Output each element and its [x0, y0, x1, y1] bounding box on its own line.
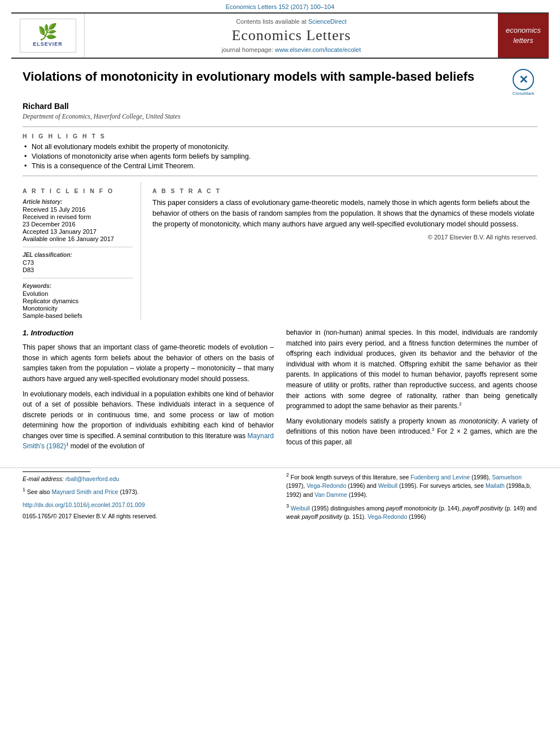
email-label: E-mail address:	[23, 475, 64, 482]
copyright-line: © 2017 Elsevier B.V. All rights reserved…	[152, 234, 537, 241]
crossmark-section: ✕ CrossMark	[509, 69, 537, 96]
elsevier-tree-icon: 🌿	[38, 24, 58, 40]
maynard-smith-year-link[interactable]: (1982)	[46, 442, 66, 450]
keyword-3: Monotonicity	[23, 305, 133, 312]
journal-reference: Economics Letters 152 (2017) 100–104	[0, 0, 560, 12]
fn2-sup: 2	[286, 472, 289, 478]
article-info-column: A R T I C L E I N F O Article history: R…	[23, 182, 141, 320]
keyword-1: Evolution	[23, 290, 133, 297]
highlights-header: H I G H L I G H T S	[23, 133, 537, 139]
samuelson-link[interactable]: Samuelson	[492, 474, 522, 480]
revised-date: 23 December 2016	[23, 221, 133, 228]
fn3-sup: 3	[286, 503, 289, 509]
jel-code-1: C73	[23, 259, 133, 266]
and-text: and	[366, 482, 377, 489]
highlights-list: Not all evolutionary models exhibit the …	[23, 143, 537, 170]
keywords-label: Keywords:	[23, 283, 133, 289]
footnote-1: 1 See also Maynard Smith and Price (1973…	[23, 486, 274, 496]
info-divider-2	[23, 278, 133, 278]
info-abstract-columns: A R T I C L E I N F O Article history: R…	[23, 176, 537, 320]
body-para-1: This paper shows that an important class…	[23, 342, 274, 384]
footer-divider-left	[23, 471, 90, 472]
fudenberg-levine-link[interactable]: Fudenberg and Levine	[410, 474, 470, 480]
highlight-item-3: This is a consequence of the Central Lim…	[23, 162, 537, 170]
body-col-left: 1. Introduction This paper shows that an…	[23, 327, 274, 456]
author-affiliation: Department of Economics, Haverford Colle…	[23, 113, 537, 120]
available-date: Available online 16 January 2017	[23, 235, 133, 242]
footnote-ref-3: 3	[432, 427, 434, 432]
article-area: Violations of monotonicity in evolutiona…	[0, 69, 560, 456]
crossmark-button[interactable]: ✕	[513, 69, 534, 90]
van-damme-link[interactable]: Van Damme	[314, 491, 347, 498]
body-col-right: behavior in (non-human) animal species. …	[286, 327, 537, 456]
author-name: Richard Ball	[23, 102, 537, 111]
vega-redondo-1996-link[interactable]: Vega-Redondo	[307, 482, 346, 489]
history-label: Article history:	[23, 199, 133, 205]
journal-title: Economics Letters	[231, 27, 351, 44]
maynard-smith-price-link[interactable]: Maynard Smith and Price	[52, 488, 119, 495]
doi-line: http://dx.doi.org/10.1016/j.econlet.2017…	[23, 501, 274, 510]
footnotes-col-left: E-mail address: rball@haverford.edu 1 Se…	[23, 471, 274, 524]
abstract-header: A B S T R A C T	[152, 187, 537, 194]
economics-letters-logo: economics letters	[498, 14, 549, 58]
journal-center: Contents lists available at ScienceDirec…	[85, 14, 498, 58]
section1-title: 1. Introduction	[23, 327, 274, 339]
sciencedirect-link[interactable]: ScienceDirect	[308, 18, 347, 25]
elsevier-logo-section: 🌿 ELSEVIER	[11, 14, 85, 58]
body-para-3: behavior in (non-human) animal species. …	[286, 327, 537, 412]
body-columns: 1. Introduction This paper shows that an…	[23, 327, 537, 456]
body-para-4: Many evolutionary models satisfy a prope…	[286, 416, 537, 448]
jel-label: JEL classification:	[23, 252, 133, 258]
crossmark-label: CrossMark	[513, 91, 535, 96]
footnote-3: 3 Weibull (1995) distinguishes among pay…	[286, 503, 537, 522]
fn1-sup: 1	[23, 487, 25, 492]
article-title-block: Violations of monotonicity in evolutiona…	[23, 69, 537, 96]
issn-line: 0165-1765/© 2017 Elsevier B.V. All right…	[23, 512, 274, 521]
contents-available-line: Contents lists available at ScienceDirec…	[236, 18, 347, 25]
keyword-2: Replicator dynamics	[23, 298, 133, 304]
body-para-2: In evolutionary models, each individual …	[23, 389, 274, 452]
received-date: Received 15 July 2016	[23, 206, 133, 213]
doi-link[interactable]: http://dx.doi.org/10.1016/j.econlet.2017…	[23, 501, 145, 508]
info-divider-1	[23, 247, 133, 247]
weibull-link[interactable]: Weibull	[378, 482, 397, 489]
mailath-link[interactable]: Mailath	[485, 482, 505, 489]
elsevier-wordmark: ELSEVIER	[33, 41, 63, 47]
received-revised-label: Received in revised form	[23, 213, 133, 220]
homepage-line: journal homepage: www.elsevier.com/locat…	[222, 46, 361, 53]
article-info-header: A R T I C L E I N F O	[23, 187, 133, 194]
footnotes-area: E-mail address: rball@haverford.edu 1 Se…	[0, 468, 560, 524]
logo-line2: letters	[513, 36, 533, 46]
logo-line1: economics	[506, 25, 541, 36]
highlight-item-1: Not all evolutionary models exhibit the …	[23, 143, 537, 151]
email-footnote: E-mail address: rball@haverford.edu	[23, 475, 274, 484]
footnote-ref-1: 1	[66, 442, 68, 447]
highlight-item-2: Violations of monotonicity arise when ag…	[23, 152, 537, 160]
email-link[interactable]: rball@haverford.edu	[65, 475, 119, 482]
jel-code-2: D83	[23, 267, 133, 273]
accepted-date: Accepted 13 January 2017	[23, 228, 133, 235]
footnotes-columns: E-mail address: rball@haverford.edu 1 Se…	[23, 471, 537, 524]
footnotes-col-right: 2 For book length surveys of this litera…	[286, 471, 537, 524]
footnote-ref-2: 2	[459, 401, 461, 407]
footnote-2: 2 For book length surveys of this litera…	[286, 471, 537, 500]
contents-label: Contents lists available at	[236, 18, 307, 25]
article-title: Violations of monotonicity in evolutiona…	[23, 69, 504, 85]
vega-redondo-fn-link[interactable]: Vega-Redondo	[368, 513, 407, 520]
abstract-text: This paper considers a class of evolutio…	[152, 198, 537, 229]
homepage-label: journal homepage:	[222, 46, 273, 53]
weibull-1995-link[interactable]: Weibull	[291, 504, 310, 511]
journal-header: 🌿 ELSEVIER Contents lists available at S…	[11, 12, 549, 59]
keyword-4: Sample-based beliefs	[23, 312, 133, 319]
title-divider	[23, 126, 537, 127]
homepage-link[interactable]: www.elsevier.com/locate/ecolet	[275, 46, 361, 53]
elsevier-logo: 🌿 ELSEVIER	[20, 19, 76, 53]
abstract-column: A B S T R A C T This paper considers a c…	[152, 182, 537, 320]
